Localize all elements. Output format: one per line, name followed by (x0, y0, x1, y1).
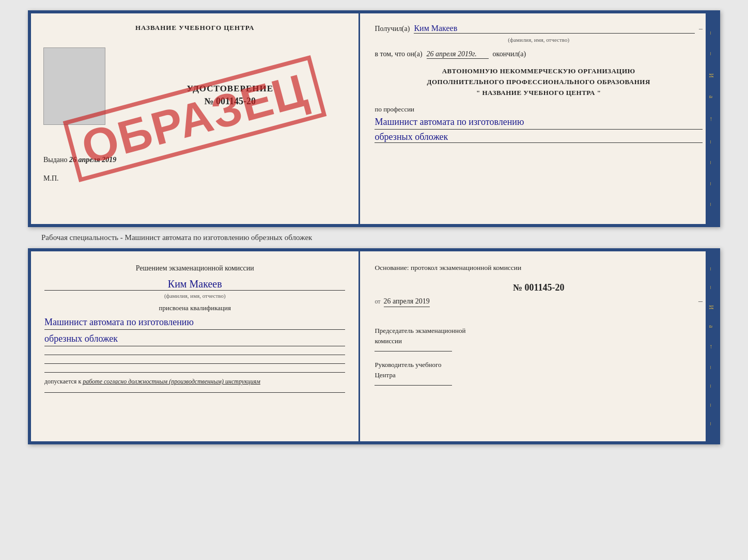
edge-dash-5: – (707, 161, 715, 164)
predsedatel-label2: комиссии (375, 337, 402, 345)
poluchil-line: Получил(а) Ким Макеев – (375, 24, 703, 34)
bottom-line-3 (44, 372, 345, 373)
dopusk-label: допускается к (44, 378, 81, 385)
bottom-line-2 (44, 363, 345, 364)
cert-vydano-block: Выдано 26 апреля 2019 (43, 156, 346, 164)
cert-vydano-label: Выдано (43, 156, 68, 164)
edge-dash-3: ← (707, 116, 715, 122)
cert-left-panel: НАЗВАНИЕ УЧЕБНОГО ЦЕНТРА УДОСТОВЕРЕНИЕ №… (31, 13, 360, 224)
bottom-name: Ким Макеев (44, 278, 345, 291)
edge-dash-4: – (707, 140, 715, 143)
edge-dash-и: И (707, 73, 715, 78)
document-container: НАЗВАНИЕ УЧЕБНОГО ЦЕНТРА УДОСТОВЕРЕНИЕ №… (10, 10, 738, 444)
cert-bottom-right-panel: Основание: протокол экзаменационной коми… (360, 251, 717, 441)
bottom-name-sublabel: (фамилия, имя, отчество) (44, 293, 345, 299)
separator-text: Рабочая специальность - Машинист автомат… (10, 233, 312, 242)
professiya-value1: Машинист автомата по изготовлению (375, 116, 703, 129)
bottom-title: Решением экзаменационной комиссии (44, 263, 345, 274)
bottom-line-4 (44, 392, 345, 393)
dash-right-1: – (698, 296, 703, 306)
cert-vydano-date: 26 апреля 2019 (69, 156, 116, 164)
cert-photo-placeholder (43, 47, 105, 125)
bottom-edge-dash-3: ← (707, 344, 715, 350)
org-line1: АВТОНОМНУЮ НЕКОММЕРЧЕСКУЮ ОРГАНИЗАЦИЮ (375, 66, 703, 77)
edge-dash-1: – (707, 31, 715, 35)
rukovoditel-block: Руководитель учебного Центра (375, 360, 703, 380)
poluchil-value: Ким Макеев (414, 24, 695, 34)
right-edge-decoration: – – И а ← – – – – (706, 13, 717, 224)
edge-dash-2: – (707, 52, 715, 55)
predsedatel-block: Председатель экзаменационной комиссии (375, 326, 703, 346)
vtom-line: в том, что он(а) 26 апреля 2019г. окончи… (375, 50, 703, 59)
edge-dash-6: – (707, 182, 715, 185)
cert-number: № 001145-20 (114, 96, 346, 107)
predsedatel-label: Председатель экзаменационной (375, 327, 465, 334)
professiya-value2: обрезных обложек (375, 132, 703, 143)
professiya-label: по профессии (375, 105, 703, 114)
vtom-block: в том, что он(а) 26 апреля 2019г. окончи… (375, 50, 703, 59)
rukovoditel-sig-line (375, 385, 452, 386)
bottom-right-edge-decoration: – – И а ← – – – – (706, 251, 717, 441)
dash1: – (699, 25, 703, 33)
qual-value2: обрезных обложек (44, 332, 345, 346)
protocol-num: № 001145-20 (375, 282, 703, 293)
rukovoditel-label2: Центра (375, 371, 395, 379)
cert-school-title: НАЗВАНИЕ УЧЕБНОГО ЦЕНТРА (43, 24, 346, 32)
cert-mp: М.П. (43, 174, 346, 183)
bottom-edge-dash-и: И (707, 305, 715, 310)
rukovoditel-label: Руководитель учебного (375, 361, 441, 369)
vtom-label: в том, что он(а) (375, 50, 422, 58)
ot-label: от (375, 298, 380, 306)
poluchil-label: Получил(а) (375, 25, 410, 33)
qual-value1: Машинист автомата по изготовлению (44, 315, 345, 330)
osnovanie-label: Основание: протокол экзаменационной коми… (375, 263, 703, 273)
edge-dash-а: а (707, 95, 715, 98)
bottom-edge-dash-6: – (707, 404, 715, 407)
protocol-date: 26 апреля 2019 (384, 297, 430, 307)
protocol-date-block: от 26 апреля 2019 – (375, 296, 703, 316)
vtom-date: 26 апреля 2019г. (427, 50, 489, 59)
assigned-label: присвоена квалификация (44, 304, 345, 312)
cert-type-label: УДОСТОВЕРЕНИЕ (114, 84, 346, 94)
bottom-edge-dash-7: – (707, 422, 715, 425)
bottom-line-1 (44, 355, 345, 355)
cert-bottom-left-panel: Решением экзаменационной комиссии Ким Ма… (31, 251, 360, 441)
bottom-certificate: Решением экзаменационной комиссии Ким Ма… (28, 248, 720, 444)
dopusk-block: допускается к работе согласно должностны… (44, 377, 345, 386)
bottom-edge-dash-5: – (707, 385, 715, 388)
org-block: АВТОНОМНУЮ НЕКОММЕРЧЕСКУЮ ОРГАНИЗАЦИЮ ДО… (375, 66, 703, 98)
org-line3: " НАЗВАНИЕ УЧЕБНОГО ЦЕНТРА " (375, 88, 703, 99)
cert-right-panel: Получил(а) Ким Макеев – (фамилия, имя, о… (360, 13, 717, 224)
bottom-edge-dash-1: – (707, 267, 715, 270)
poluchil-sublabel: (фамилия, имя, отчество) (375, 37, 703, 43)
bottom-edge-dash-4: – (707, 366, 715, 369)
bottom-edge-dash-а: а (707, 325, 715, 328)
dopusk-value: работе согласно должностным (производств… (83, 378, 260, 385)
predsedatel-sig-line (375, 351, 452, 351)
okonchil-label: окончил(а) (493, 50, 526, 58)
top-certificate: НАЗВАНИЕ УЧЕБНОГО ЦЕНТРА УДОСТОВЕРЕНИЕ №… (28, 10, 720, 227)
org-line2: ДОПОЛНИТЕЛЬНОГО ПРОФЕССИОНАЛЬНОГО ОБРАЗО… (375, 77, 703, 88)
bottom-edge-dash-2: – (707, 286, 715, 289)
edge-dash-7: – (707, 203, 715, 206)
